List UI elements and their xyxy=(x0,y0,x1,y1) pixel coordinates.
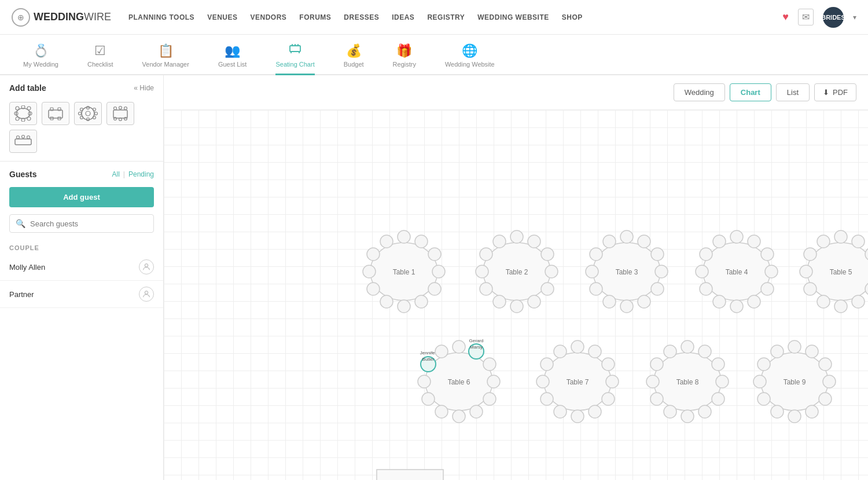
svg-point-169 xyxy=(788,410,801,423)
svg-point-97 xyxy=(700,248,712,261)
svg-point-66 xyxy=(493,295,506,308)
nav-ideas[interactable]: IDEAS xyxy=(392,13,414,21)
nav-forums[interactable]: FORUMS xyxy=(299,13,331,21)
nav-budget[interactable]: 💰 Budget xyxy=(344,43,364,75)
bar-table[interactable]: Bar xyxy=(377,470,443,480)
add-table-header: Add table « Hide xyxy=(0,75,163,98)
svg-point-167 xyxy=(819,393,832,405)
nav-vendor-manager[interactable]: 📋 Vendor Manager xyxy=(142,43,189,75)
svg-point-68 xyxy=(476,265,488,278)
add-table-icon-4[interactable] xyxy=(106,102,134,125)
svg-point-111 xyxy=(804,248,816,261)
nav-shop[interactable]: SHOP xyxy=(562,13,583,21)
nav-guest-list[interactable]: 👥 Guest List xyxy=(218,43,247,75)
nav-my-wedding[interactable]: 💍 My Wedding xyxy=(23,43,58,75)
nav-dresses[interactable]: DRESSES xyxy=(344,13,379,21)
filter-pending-button[interactable]: Pending xyxy=(128,170,154,178)
svg-point-54 xyxy=(363,265,376,278)
table-6[interactable]: Table 6 Gerard Marsy Jennif xyxy=(418,338,500,423)
filter-separator: | xyxy=(123,170,125,178)
search-input[interactable] xyxy=(30,219,148,228)
guest-list-icon: 👥 xyxy=(225,43,240,58)
nav-wedding-website[interactable]: WEDDING WEBSITE xyxy=(477,13,549,21)
svg-point-69 xyxy=(480,248,492,261)
svg-point-101 xyxy=(834,230,847,243)
svg-point-67 xyxy=(480,283,492,295)
svg-rect-37 xyxy=(15,139,31,145)
table-2[interactable]: Table 2 xyxy=(476,230,558,313)
svg-text:Table 7: Table 7 xyxy=(567,378,589,386)
hide-button[interactable]: « Hide xyxy=(134,84,154,92)
add-table-icon-3[interactable] xyxy=(74,102,102,125)
wedding-button[interactable]: Wedding xyxy=(674,83,725,101)
table-1[interactable]: Table 1 xyxy=(363,230,445,313)
nav-wedding-website-link[interactable]: 🌐 Wedding Website xyxy=(445,43,495,75)
nav-checklist[interactable]: ☑ Checklist xyxy=(87,43,113,75)
svg-point-79 xyxy=(620,300,633,313)
second-navigation: 💍 My Wedding ☑ Checklist 📋 Vendor Manage… xyxy=(0,35,868,75)
svg-point-65 xyxy=(510,300,523,313)
svg-point-46 xyxy=(415,235,428,248)
filter-all-button[interactable]: All xyxy=(112,170,119,178)
grid-canvas[interactable]: Table 1 xyxy=(164,110,868,480)
table-9[interactable]: Table 9 xyxy=(753,340,836,423)
svg-rect-30 xyxy=(113,110,127,118)
avatar[interactable]: BRIDES xyxy=(823,7,844,28)
table-3[interactable]: Table 3 xyxy=(586,230,668,313)
add-table-icon-1[interactable] xyxy=(9,102,37,125)
logo[interactable]: ⊕ WEDDINGWIRE xyxy=(12,8,111,27)
chevron-down-icon[interactable]: ▾ xyxy=(853,13,856,21)
svg-point-155 xyxy=(681,410,694,423)
pdf-button[interactable]: ⬇ PDF xyxy=(814,83,856,101)
svg-point-83 xyxy=(590,248,602,261)
list-button[interactable]: List xyxy=(776,83,810,101)
checklist-icon: ☑ xyxy=(94,43,106,58)
add-table-icon-2[interactable] xyxy=(42,102,69,125)
guests-title: Guests xyxy=(9,170,36,179)
svg-point-172 xyxy=(753,375,766,388)
svg-point-156 xyxy=(664,405,676,418)
svg-point-94 xyxy=(713,295,726,308)
table-5[interactable]: Table 5 xyxy=(800,230,868,313)
svg-point-109 xyxy=(804,283,816,295)
table-7[interactable]: Table 7 xyxy=(536,340,619,423)
svg-point-153 xyxy=(712,393,724,405)
svg-point-108 xyxy=(817,295,830,308)
favorites-icon[interactable]: ♥ xyxy=(782,11,789,23)
sidebar: Add table « Hide xyxy=(0,75,164,480)
table-4[interactable]: Table 4 xyxy=(696,230,778,313)
guest-avatar-partner xyxy=(139,287,154,302)
svg-point-93 xyxy=(730,300,743,313)
svg-point-80 xyxy=(603,295,616,308)
svg-point-63 xyxy=(541,283,554,295)
seating-chart-canvas[interactable]: Table 1 xyxy=(164,110,868,480)
registry-icon: 🎁 xyxy=(396,43,412,58)
guest-row-molly[interactable]: Molly Allen xyxy=(0,254,163,281)
svg-point-31 xyxy=(114,107,117,110)
svg-point-127 xyxy=(422,393,435,405)
nav-vendors[interactable]: VENDORS xyxy=(250,13,286,21)
svg-point-28 xyxy=(79,112,82,115)
nav-registry[interactable]: 🎁 Registry xyxy=(393,43,416,75)
nav-seating-chart[interactable]: Seating Chart xyxy=(275,41,314,75)
messages-icon[interactable]: ✉ xyxy=(798,9,814,25)
table-8[interactable]: Table 8 xyxy=(646,340,729,423)
add-guest-button[interactable]: Add guest xyxy=(9,187,154,207)
nav-venues[interactable]: VENUES xyxy=(207,13,237,21)
add-table-icon-5[interactable] xyxy=(9,130,37,153)
svg-point-11 xyxy=(27,117,31,120)
guest-name-molly: Molly Allen xyxy=(9,263,45,272)
nav-registry[interactable]: REGISTRY xyxy=(427,13,465,21)
nav-planning-tools[interactable]: PLANNING TOOLS xyxy=(128,13,194,21)
search-icon: 🔍 xyxy=(16,219,25,228)
svg-point-50 xyxy=(415,295,428,308)
svg-point-33 xyxy=(124,107,127,110)
svg-point-158 xyxy=(646,375,659,388)
svg-point-174 xyxy=(771,345,784,358)
svg-point-144 xyxy=(536,375,549,388)
chart-button[interactable]: Chart xyxy=(730,83,771,101)
guest-row-partner[interactable]: Partner xyxy=(0,281,163,308)
svg-point-77 xyxy=(651,283,664,295)
svg-point-75 xyxy=(651,248,664,261)
guest-list-label: Guest List xyxy=(218,61,247,68)
